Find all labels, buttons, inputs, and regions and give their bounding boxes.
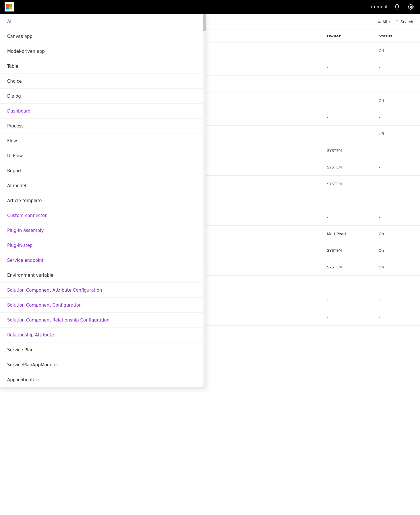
row-owner: - [327,215,379,219]
dropdown-item-ai-model[interactable]: AI model [0,178,206,193]
row-owner: - [327,198,379,203]
svg-rect-1 [9,4,12,7]
dropdown-item-scac[interactable]: Solution Component Attribute Configurati… [0,283,206,298]
dropdown-item-all[interactable]: All [0,14,206,29]
svg-point-4 [410,6,412,8]
row-status: Off [379,98,413,103]
row-owner: - [327,49,379,53]
row-owner: SYSTEM [327,248,379,253]
dropdown-item-choice[interactable]: Choice [0,74,206,89]
dropdown-item-model-driven-app[interactable]: Model-driven app [0,44,206,59]
row-status: - [379,315,413,319]
dropdown-item-canvas-app[interactable]: Canvas app [0,29,206,44]
type-dropdown: All Canvas app Model-driven app Table Ch… [0,14,206,388]
dropdown-item-ui-flow[interactable]: UI Flow [0,148,206,163]
dropdown-item-table[interactable]: Table [0,59,206,74]
row-status: - [379,65,413,69]
settings-button[interactable] [406,2,415,11]
row-status: - [379,82,413,86]
row-owner: SYSTEM [327,265,379,269]
owner-column-header: Owner [327,34,379,38]
row-status: On [379,265,413,269]
status-column-header: Status [379,34,413,38]
row-owner: - [327,282,379,286]
row-owner: SYSTEM [327,182,379,186]
search-icon: ⚲ [395,19,399,24]
search-label: Search [400,20,413,24]
top-bar: irement [0,0,420,14]
svg-rect-2 [6,7,9,9]
svg-rect-3 [9,7,12,9]
row-status: Off [379,132,413,136]
dropdown-item-plugin-step[interactable]: Plug-in step [0,238,206,253]
main-container: Type ∨ Solution Component Relationship A… [0,14,420,515]
dropdown-item-applicationuser[interactable]: ApplicationUser [0,372,206,387]
row-status: On [379,248,413,253]
row-status: - [379,198,413,203]
dropdown-item-environment-variable[interactable]: Environment variable [0,268,206,283]
dropdown-item-service-endpoint[interactable]: Service endpoint [0,253,206,268]
filter-icon: ≡ [378,19,381,24]
app-logo [5,2,14,11]
row-owner: Matt Peart [327,232,379,236]
row-status: On [379,232,413,236]
dropdown-item-service-plan[interactable]: Service Plan [0,342,206,357]
dropdown-item-dialog[interactable]: Dialog [0,89,206,104]
filter-chevron-icon: ∨ [389,20,391,23]
row-status: Off [379,49,413,53]
row-status: - [379,182,413,186]
row-owner: SYSTEM [327,148,379,153]
row-status: - [379,165,413,169]
dropdown-item-report[interactable]: Report [0,163,206,178]
row-owner: - [327,98,379,103]
dropdown-item-scc[interactable]: Solution Component Configuration [0,298,206,313]
row-owner: - [327,315,379,319]
row-owner: - [327,82,379,86]
dropdown-item-serviceplanappmodules[interactable]: ServicePlanAppModules [0,357,206,372]
dropdown-item-flow[interactable]: Flow [0,133,206,148]
notifications-button[interactable] [392,2,402,11]
row-owner: - [327,65,379,69]
row-status: - [379,298,413,303]
svg-rect-0 [6,4,9,7]
dropdown-item-dashboard[interactable]: Dashboard [0,104,206,119]
search-button[interactable]: ⚲ Search [395,19,413,24]
filter-all-label: All [382,20,387,24]
dropdown-item-plugin-assembly[interactable]: Plug-in assembly [0,223,206,238]
row-status: - [379,282,413,286]
dropdown-item-relationship-attribute[interactable]: Relationship Attribute [0,328,206,342]
dropdown-item-article-template[interactable]: Article template [0,193,206,208]
scrollbar-thumb[interactable] [203,14,206,31]
row-status: - [379,115,413,119]
top-bar-left [5,2,14,11]
row-owner: - [327,132,379,136]
row-owner: - [327,298,379,303]
top-bar-right: irement [371,2,415,11]
dropdown-item-scrc[interactable]: Solution Component Relationship Configur… [0,313,206,328]
row-owner: SYSTEM [327,165,379,169]
row-status: - [379,148,413,153]
filter-all-button[interactable]: ≡ All ∨ [378,19,391,24]
row-owner: - [327,115,379,119]
dropdown-item-process[interactable]: Process [0,119,206,133]
dropdown-item-custom-connector[interactable]: Custom connector [0,208,206,223]
environment-label: irement [371,4,388,9]
scrollbar-track [203,14,206,387]
row-status: - [379,215,413,219]
